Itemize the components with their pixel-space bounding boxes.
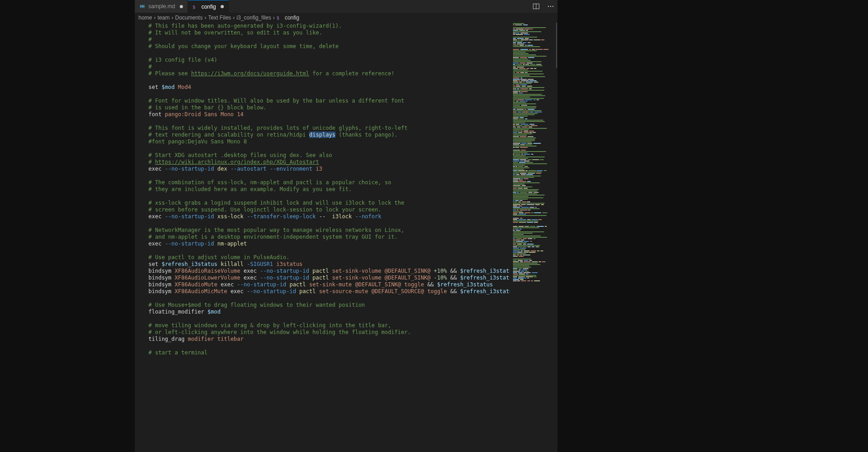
svg-rect-200	[513, 144, 519, 145]
chevron-right-icon: ›	[154, 15, 156, 21]
breadcrumb-file[interactable]: config	[285, 15, 299, 21]
svg-rect-176	[513, 128, 547, 129]
breadcrumb-item[interactable]: Documents	[175, 15, 203, 21]
svg-rect-322	[532, 219, 538, 220]
svg-rect-326	[519, 222, 526, 223]
svg-rect-307	[513, 211, 523, 212]
svg-rect-347	[516, 238, 522, 239]
breadcrumb-item[interactable]: home	[138, 15, 152, 21]
svg-rect-417	[513, 274, 518, 275]
svg-rect-124	[513, 94, 542, 95]
svg-rect-107	[516, 84, 519, 85]
svg-rect-43	[513, 45, 519, 46]
svg-rect-303	[513, 210, 516, 211]
svg-rect-260	[513, 181, 518, 182]
svg-rect-257	[524, 178, 528, 179]
svg-rect-122	[513, 93, 518, 93]
svg-rect-256	[521, 178, 523, 179]
svg-rect-118	[513, 90, 544, 91]
svg-rect-282	[513, 199, 528, 200]
svg-rect-408	[518, 270, 520, 270]
svg-rect-222	[532, 159, 539, 160]
svg-rect-319	[513, 219, 517, 220]
breadcrumb-item[interactable]: Text Files	[208, 15, 231, 21]
svg-rect-218	[513, 158, 528, 159]
right-gutter	[557, 0, 868, 452]
svg-rect-342	[513, 233, 533, 234]
tab-config[interactable]: $ config	[188, 0, 229, 13]
svg-rect-409	[522, 270, 527, 270]
code-editor[interactable]: # This file has been auto-generated by i…	[135, 23, 510, 452]
split-editor-icon[interactable]	[531, 1, 541, 11]
svg-rect-121	[521, 91, 528, 92]
svg-rect-399	[542, 261, 546, 262]
svg-rect-304	[517, 210, 518, 211]
tab-sample-md[interactable]: sample.md	[135, 0, 188, 13]
markdown-icon	[139, 3, 146, 10]
svg-rect-150	[522, 112, 529, 113]
svg-rect-299	[521, 207, 529, 208]
svg-rect-424	[533, 276, 537, 277]
svg-rect-365	[523, 246, 526, 247]
svg-rect-354	[516, 241, 523, 242]
svg-rect-356	[530, 241, 532, 242]
breadcrumb-item[interactable]: i3_config_files	[237, 15, 271, 21]
svg-rect-426	[518, 278, 523, 279]
tab-modified-dot	[180, 5, 183, 8]
breadcrumb-item[interactable]: team	[158, 15, 170, 21]
more-actions-icon[interactable]	[546, 1, 556, 11]
svg-rect-279	[513, 195, 545, 196]
svg-rect-46	[528, 45, 533, 46]
svg-rect-127	[513, 98, 544, 99]
svg-rect-120	[519, 91, 521, 92]
svg-rect-144	[517, 109, 524, 110]
breadcrumb: home › team › Documents › Text Files › i…	[135, 13, 557, 23]
svg-rect-82	[513, 69, 528, 70]
svg-rect-236	[513, 167, 529, 168]
svg-rect-427	[524, 278, 526, 279]
svg-rect-65	[513, 63, 519, 64]
svg-rect-378	[513, 252, 517, 253]
svg-rect-295	[541, 204, 544, 205]
svg-rect-286	[513, 201, 518, 202]
code-content[interactable]: # This file has been auto-generated by i…	[135, 23, 510, 356]
svg-rect-233	[516, 166, 517, 167]
svg-rect-360	[523, 244, 526, 245]
svg-rect-22	[521, 33, 528, 34]
svg-rect-413	[513, 272, 517, 273]
svg-rect-385	[520, 255, 522, 255]
svg-rect-108	[520, 84, 527, 85]
svg-rect-73	[536, 64, 541, 65]
svg-rect-88	[513, 74, 543, 74]
svg-rect-363	[513, 246, 517, 247]
svg-rect-370	[520, 248, 526, 249]
svg-rect-238	[513, 170, 518, 171]
svg-rect-126	[513, 97, 530, 98]
minimap[interactable]	[512, 23, 557, 452]
svg-rect-265	[513, 185, 520, 186]
svg-rect-281	[513, 197, 543, 198]
svg-rect-268	[513, 188, 517, 189]
svg-rect-67	[527, 63, 533, 64]
svg-rect-380	[523, 252, 528, 253]
svg-rect-364	[518, 246, 522, 247]
svg-rect-134	[516, 101, 518, 102]
svg-rect-397	[532, 261, 538, 262]
svg-rect-141	[513, 106, 536, 107]
svg-rect-371	[513, 249, 525, 250]
svg-rect-49	[520, 49, 528, 50]
svg-rect-123	[519, 93, 523, 93]
svg-rect-115	[517, 88, 519, 89]
svg-rect-190	[520, 136, 526, 137]
svg-rect-419	[526, 274, 528, 275]
svg-rect-162	[513, 121, 545, 122]
svg-rect-411	[521, 271, 524, 272]
chevron-right-icon: ›	[233, 15, 235, 21]
svg-rect-317	[513, 218, 519, 219]
svg-rect-252	[526, 174, 533, 175]
svg-rect-344	[513, 236, 541, 236]
svg-rect-332	[530, 226, 535, 227]
svg-rect-293	[527, 204, 534, 205]
svg-rect-225	[520, 161, 523, 162]
svg-rect-18	[526, 30, 528, 31]
